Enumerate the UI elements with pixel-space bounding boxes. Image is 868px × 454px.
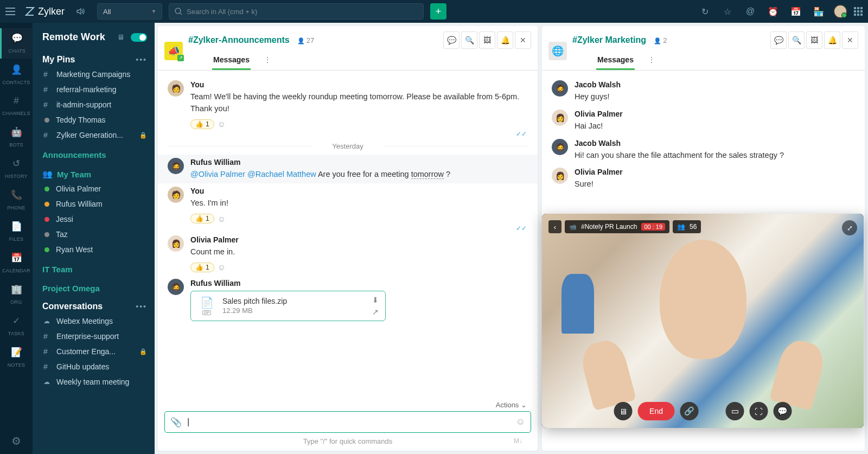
share-screen-button[interactable]: 🖥 [614, 402, 632, 420]
reaction[interactable]: 👍 1 [190, 119, 214, 129]
picture-in-picture-button[interactable]: ▭ [726, 402, 744, 420]
search-box[interactable] [169, 3, 424, 20]
reaction[interactable]: 👍 1 [190, 263, 214, 272]
avatar[interactable]: 👩 [552, 110, 568, 126]
monitor-icon[interactable]: 🖥 [117, 33, 124, 41]
store-icon[interactable]: 🏪 [810, 7, 827, 17]
rail-org[interactable]: 🏢ORG [0, 279, 33, 310]
rail-channels[interactable]: #CHANNELS [0, 91, 33, 121]
apps-grid-icon[interactable] [854, 7, 863, 16]
reaction[interactable]: 👍 1 [190, 214, 214, 223]
pin-item[interactable]: #it-admin-support [33, 97, 155, 112]
rail-notes[interactable]: 📝NOTES [0, 342, 33, 373]
conv-item[interactable]: ☁Weekly team meeting [33, 374, 155, 389]
gear-icon[interactable]: ⚙ [11, 434, 21, 447]
team-member[interactable]: Jessi [33, 212, 155, 227]
media-icon[interactable]: 🖼 [479, 31, 495, 49]
scope-dropdown[interactable]: All ▼ [97, 3, 162, 20]
mention-icon[interactable]: @ [742, 7, 758, 16]
avatar[interactable]: 🧑 [168, 80, 184, 97]
rail-bots[interactable]: 🤖BOTS [0, 122, 33, 152]
team-member[interactable]: Ryan West [33, 242, 155, 257]
download-icon[interactable]: ⬇ [372, 296, 379, 304]
star-icon[interactable]: ☆ [719, 7, 736, 17]
fullscreen-button[interactable]: ⛶ [750, 402, 768, 420]
announcements-group[interactable]: Announcements [33, 143, 155, 162]
rail-chats[interactable]: 💬CHATS [0, 28, 33, 59]
bell-icon[interactable]: 🔔 [824, 31, 840, 49]
rail-history[interactable]: ↺HISTORY [0, 154, 33, 184]
search-channel-icon[interactable]: 🔍 [461, 31, 477, 49]
chat-icon[interactable]: 💬 [443, 31, 459, 49]
rail-tasks[interactable]: ✓TASKS [0, 311, 33, 341]
team-member[interactable]: Rufus William [33, 196, 155, 212]
expand-icon[interactable]: ⤢ [842, 220, 857, 235]
add-reaction-icon[interactable]: ☺ [218, 263, 226, 272]
tab-messages[interactable]: Messages [212, 52, 251, 70]
refresh-icon[interactable]: ↻ [697, 7, 713, 17]
pin-item[interactable]: Teddy Thomas [33, 112, 155, 127]
pin-item[interactable]: #referral-marketing [33, 82, 155, 97]
channel-name[interactable]: #Zylker-Announcements [188, 35, 290, 45]
add-reaction-icon[interactable]: ☺ [218, 119, 226, 129]
speaker-icon[interactable] [76, 8, 85, 15]
tab-more-icon[interactable]: ⋮ [260, 52, 275, 70]
avatar[interactable]: 🧔 [552, 139, 568, 155]
myteam-group[interactable]: 👥My Team [33, 162, 155, 181]
hamburger-icon[interactable] [5, 8, 16, 15]
add-reaction-icon[interactable]: ☺ [218, 214, 226, 223]
link-button[interactable]: 🔗 [680, 402, 699, 420]
date-chip[interactable]: tomorrow [411, 170, 444, 179]
emoji-icon[interactable]: ☺ [516, 417, 525, 427]
tab-more-icon[interactable]: ⋮ [644, 52, 659, 70]
video-call-window[interactable]: ‹ 📹 #Notely PR Launch 00 : 19 👥 56 ⤢ 🖥 E… [542, 214, 864, 428]
search-input[interactable] [187, 8, 418, 16]
channel-name[interactable]: #Zylker Marketing [572, 35, 646, 45]
team-member[interactable]: Taz [33, 227, 155, 242]
participants-pill[interactable]: 👥 56 [673, 220, 701, 233]
omega-group[interactable]: Project Omega [33, 276, 155, 295]
avatar[interactable]: 👩 [552, 168, 568, 184]
tab-messages[interactable]: Messages [596, 52, 635, 70]
close-icon[interactable]: ✕ [842, 31, 858, 49]
avatar[interactable]: 👩 [168, 235, 184, 252]
conv-item[interactable]: #Customer Enga...🔒 [33, 344, 155, 359]
actions-dropdown[interactable]: Actions [164, 399, 531, 411]
conv-item[interactable]: #Enterprise-support [33, 329, 155, 344]
add-button[interactable]: + [430, 3, 446, 20]
team-member[interactable]: Olivia Palmer [33, 181, 155, 196]
pins-more-icon[interactable]: ••• [136, 55, 147, 64]
media-icon[interactable]: 🖼 [806, 31, 822, 49]
member-count[interactable]: 27 [297, 36, 315, 44]
avatar[interactable]: 🧑 [168, 187, 184, 203]
pin-item[interactable]: #Marketing Campaigns [33, 67, 155, 82]
close-icon[interactable]: ✕ [515, 31, 531, 49]
rail-calendar[interactable]: 📅CALENDAR [0, 248, 33, 278]
rail-contacts[interactable]: 👤CONTACTS [0, 60, 33, 90]
bell-icon[interactable]: 🔔 [497, 31, 513, 49]
rail-phone[interactable]: 📞PHONE [0, 185, 33, 215]
status-toggle[interactable] [131, 33, 147, 42]
chat-icon[interactable]: 💬 [770, 31, 787, 49]
attach-icon[interactable]: 📎 [170, 417, 182, 428]
chat-button[interactable]: 💬 [774, 402, 792, 420]
mention[interactable]: @Olivia Palmer [190, 170, 245, 178]
search-channel-icon[interactable]: 🔍 [788, 31, 805, 49]
mention[interactable]: @Rachael Matthew [247, 170, 316, 178]
end-call-button[interactable]: End [637, 402, 675, 420]
avatar[interactable]: 🧔 [552, 80, 568, 97]
markdown-toggle[interactable]: M↓ [514, 437, 522, 445]
compose-box[interactable]: 📎 | ☺ [164, 411, 531, 433]
reminder-icon[interactable]: ⏰ [765, 7, 781, 17]
share-icon[interactable]: ↗ [372, 308, 379, 316]
file-attachment[interactable]: 📄 ZIP Sales pitch files.zip 12.29 MB ⬇ ↗ [190, 291, 386, 321]
conv-more-icon[interactable]: ••• [136, 302, 147, 311]
rail-files[interactable]: 📄FILES [0, 216, 33, 247]
calendar-icon[interactable]: 📅 [788, 7, 804, 17]
pin-item[interactable]: #Zylker Generation...🔒 [33, 127, 155, 143]
avatar[interactable]: 🧔 [168, 158, 184, 174]
member-count[interactable]: 2 [654, 36, 667, 44]
itteam-group[interactable]: IT Team [33, 257, 155, 276]
video-back-button[interactable]: ‹ [548, 220, 561, 233]
avatar[interactable]: 🧔 [168, 279, 184, 295]
